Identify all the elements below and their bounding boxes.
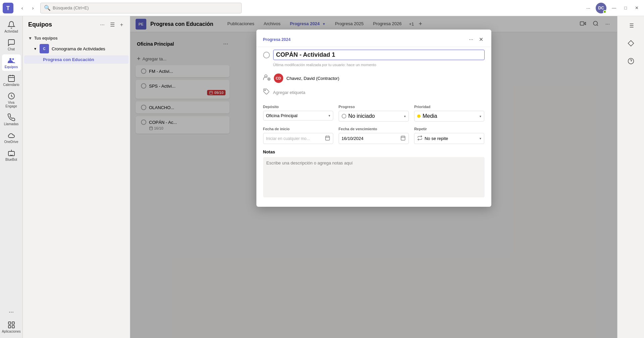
maximize-button[interactable]: □ <box>622 4 630 12</box>
due-date-value: 16/10/2024 <box>342 136 363 141</box>
sidebar-item-viva[interactable]: Viva Engage <box>2 90 21 110</box>
sidebar-item-apps[interactable]: Aplicaciones <box>2 319 21 335</box>
search-bar[interactable]: 🔍 <box>40 3 242 13</box>
svg-point-3 <box>12 58 14 60</box>
teams-tree: ▼ Tus equipos ▼ C Cronograma de Activida… <box>23 33 130 338</box>
start-date-input[interactable]: Iniciar en cualquier mo... <box>263 133 333 144</box>
task-title-row <box>256 47 491 63</box>
sidebar-item-actividad[interactable]: Actividad <box>2 19 21 35</box>
repeat-field: Repetir No se repite ▾ <box>414 127 484 144</box>
sidebar-item-apps-label: Aplicaciones <box>2 330 20 333</box>
progress-field: Progreso No iniciado ▾ <box>339 105 409 122</box>
task-detail-fields: Depósito Oficina Principal ▾ Progreso No… <box>256 99 491 127</box>
bell-icon <box>7 21 15 29</box>
priority-dropdown-icon: ▾ <box>480 114 481 118</box>
sidebar-item-llamadas[interactable]: Llamadas <box>2 111 21 128</box>
progress-value: No iniciado <box>348 113 375 119</box>
right-panel-help-button[interactable] <box>626 56 636 68</box>
start-date-label: Fecha de inicio <box>263 127 333 131</box>
priority-select[interactable]: Media ▾ <box>414 111 484 122</box>
due-date-field: Fecha de vencimiento 16/10/2024 <box>339 127 409 144</box>
right-panel-diamond-button[interactable] <box>626 38 636 50</box>
calendar-icon <box>7 74 15 82</box>
notes-label: Notas <box>263 149 485 154</box>
svg-rect-32 <box>401 136 405 140</box>
progress-select[interactable]: No iniciado ▾ <box>339 111 409 122</box>
add-label-text: Agregar etiqueta <box>273 90 305 95</box>
teams-add-button[interactable]: + <box>119 20 125 29</box>
priority-value: Media <box>423 113 437 119</box>
sidebar-item-chat[interactable]: Chat <box>2 37 21 53</box>
deposit-label: Depósito <box>263 105 333 109</box>
bot-icon <box>7 149 15 157</box>
search-icon: 🔍 <box>44 5 51 11</box>
team-icon: C <box>40 44 49 53</box>
search-input[interactable] <box>53 5 238 10</box>
app-layout: Actividad Chat Equipos Calendario Viva E… <box>0 16 644 338</box>
svg-point-2 <box>9 58 11 60</box>
user-avatar[interactable]: DC <box>596 3 606 13</box>
due-date-input[interactable]: 16/10/2024 <box>339 133 409 144</box>
task-label-row[interactable]: Agregar etiqueta <box>256 86 491 99</box>
repeat-select[interactable]: No se repite ▾ <box>414 133 484 144</box>
team-cronograma[interactable]: ▼ C Cronograma de Actividades <box>24 42 129 55</box>
main-content: PE Progresa con Educación Publicaciones … <box>130 16 617 338</box>
sidebar-item-calendario[interactable]: Calendario <box>2 72 21 89</box>
task-complete-checkbox[interactable] <box>263 52 270 58</box>
priority-dot-icon <box>417 114 420 118</box>
sidebar-item-chat-label: Chat <box>8 47 15 51</box>
deposit-field: Depósito Oficina Principal ▾ <box>263 105 333 122</box>
svg-text:T: T <box>6 5 10 11</box>
more-options-button[interactable]: ··· <box>584 3 593 13</box>
due-date-label: Fecha de vencimiento <box>339 127 409 131</box>
assignee-name: Chavez, David (Contractor) <box>287 76 340 81</box>
sidebar-item-llamadas-label: Llamadas <box>4 122 18 126</box>
task-more-button[interactable]: ··· <box>467 35 475 44</box>
diamond-icon <box>628 40 634 47</box>
notes-textarea[interactable] <box>263 157 485 197</box>
sidebar-item-bluebot-label: BlueBot <box>5 158 17 161</box>
svg-rect-4 <box>8 76 14 82</box>
svg-rect-10 <box>8 322 11 324</box>
channel-progresa-educacion[interactable]: Progresa con Educación <box>24 55 129 64</box>
back-button[interactable]: ‹ <box>17 3 27 13</box>
task-close-button[interactable]: ✕ <box>478 35 485 44</box>
teams-filter-button[interactable]: ☰ <box>109 20 116 29</box>
sidebar-item-onedrive[interactable]: OneDrive <box>2 129 21 146</box>
minimize-button[interactable]: — <box>609 4 619 12</box>
repeat-value: No se repite <box>425 136 448 141</box>
help-icon <box>628 58 634 64</box>
sidebar-icons: Actividad Chat Equipos Calendario Viva E… <box>0 16 23 338</box>
left-panel-title: Equipos <box>28 21 96 28</box>
onedrive-icon <box>7 131 15 139</box>
task-modified-text: Última modificación realizada por tu usu… <box>266 63 491 71</box>
teams-options-button[interactable]: ··· <box>99 20 106 29</box>
label-tag-icon <box>263 88 270 97</box>
left-panel-header: Equipos ··· ☰ + <box>23 16 130 33</box>
deposit-value: Oficina Principal <box>266 113 298 118</box>
assign-people-icon <box>263 74 270 83</box>
sidebar-more-button[interactable]: ··· <box>2 306 21 318</box>
viva-icon <box>7 92 15 100</box>
task-bucket-label: Progresa 2024 <box>263 37 291 42</box>
teams-section-header[interactable]: ▼ Tus equipos <box>23 35 130 42</box>
avatar-initials: DC <box>598 6 604 10</box>
task-detail-actions: ··· ✕ <box>467 35 484 44</box>
titlebar: T ‹ › 🔍 ··· DC — □ ✕ <box>0 0 644 16</box>
forward-button[interactable]: › <box>28 3 38 13</box>
close-button[interactable]: ✕ <box>632 4 641 12</box>
apps-icon <box>7 321 15 329</box>
sidebar-item-bluebot[interactable]: BlueBot <box>2 147 21 163</box>
avatar-status <box>603 10 606 13</box>
right-panel-list-button[interactable] <box>626 20 636 33</box>
titlebar-nav: T ‹ › <box>3 3 38 13</box>
svg-rect-9 <box>8 151 14 156</box>
progress-circle-icon <box>342 114 346 118</box>
task-assignee-row: CD Chavez, David (Contractor) <box>256 71 491 86</box>
sidebar-item-equipos[interactable]: Equipos <box>2 54 21 71</box>
assignee-avatar: CD <box>274 74 283 83</box>
deposit-select[interactable]: Oficina Principal ▾ <box>263 111 333 120</box>
repeat-icon <box>417 135 423 142</box>
task-detail-panel: Progresa 2024 ··· ✕ Última modificación … <box>256 30 491 207</box>
task-title-input[interactable] <box>273 50 485 60</box>
